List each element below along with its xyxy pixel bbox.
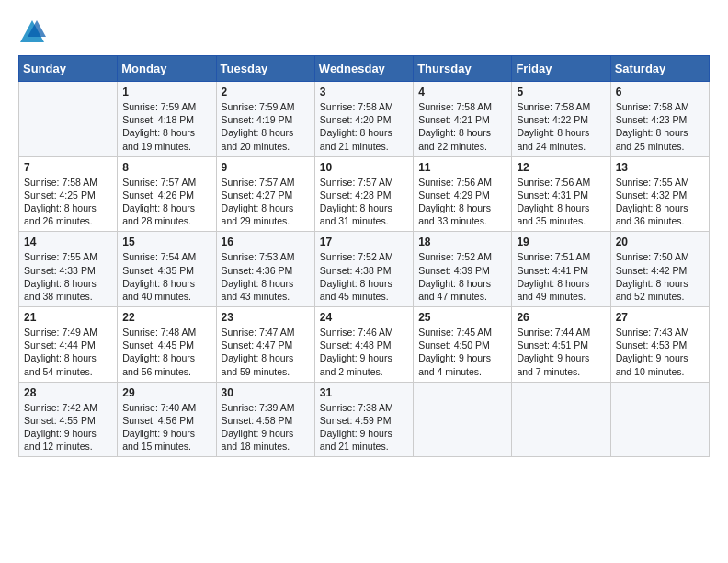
day-info: Sunrise: 7:51 AMSunset: 4:41 PMDaylight:…: [517, 250, 605, 303]
column-header-friday: Friday: [512, 56, 610, 82]
day-info: Sunrise: 7:56 AMSunset: 4:29 PMDaylight:…: [418, 176, 506, 228]
day-number: 28: [24, 386, 112, 399]
day-info: Sunrise: 7:39 AMSunset: 4:58 PMDaylight:…: [222, 401, 310, 454]
column-header-sunday: Sunday: [19, 56, 118, 82]
calendar-cell: 10Sunrise: 7:57 AMSunset: 4:28 PMDayligh…: [314, 156, 413, 232]
day-number: 13: [616, 161, 704, 174]
calendar-cell: 13Sunrise: 7:55 AMSunset: 4:32 PMDayligh…: [610, 156, 709, 232]
calendar-cell: [610, 382, 709, 457]
day-info: Sunrise: 7:58 AMSunset: 4:25 PMDaylight:…: [24, 176, 112, 228]
day-info: Sunrise: 7:55 AMSunset: 4:32 PMDaylight:…: [616, 176, 704, 228]
day-number: 14: [24, 236, 112, 248]
calendar-cell: 27Sunrise: 7:43 AMSunset: 4:53 PMDayligh…: [610, 307, 709, 383]
calendar-week-row: 1Sunrise: 7:59 AMSunset: 4:18 PMDaylight…: [19, 82, 710, 157]
day-info: Sunrise: 7:42 AMSunset: 4:55 PMDaylight:…: [24, 401, 112, 454]
day-number: 12: [517, 161, 605, 174]
day-info: Sunrise: 7:40 AMSunset: 4:56 PMDaylight:…: [122, 401, 210, 454]
day-info: Sunrise: 7:57 AMSunset: 4:27 PMDaylight:…: [222, 176, 310, 228]
day-info: Sunrise: 7:48 AMSunset: 4:45 PMDaylight:…: [122, 326, 210, 378]
calendar-cell: 24Sunrise: 7:46 AMSunset: 4:48 PMDayligh…: [314, 307, 413, 383]
day-info: Sunrise: 7:57 AMSunset: 4:26 PMDaylight:…: [122, 176, 210, 228]
day-info: Sunrise: 7:43 AMSunset: 4:53 PMDaylight:…: [616, 326, 704, 378]
day-number: 21: [24, 311, 112, 324]
calendar-cell: 19Sunrise: 7:51 AMSunset: 4:41 PMDayligh…: [512, 232, 610, 307]
calendar-cell: 6Sunrise: 7:58 AMSunset: 4:23 PMDaylight…: [610, 82, 709, 157]
calendar-cell: 3Sunrise: 7:58 AMSunset: 4:20 PMDaylight…: [314, 82, 413, 157]
calendar-cell: 9Sunrise: 7:57 AMSunset: 4:27 PMDaylight…: [216, 156, 314, 232]
calendar-cell: [414, 382, 512, 457]
column-header-thursday: Thursday: [414, 56, 512, 82]
day-number: 8: [122, 161, 210, 174]
day-info: Sunrise: 7:50 AMSunset: 4:42 PMDaylight:…: [616, 250, 704, 303]
column-header-wednesday: Wednesday: [314, 56, 413, 82]
logo: [18, 18, 50, 46]
calendar-cell: 12Sunrise: 7:56 AMSunset: 4:31 PMDayligh…: [512, 156, 610, 232]
calendar-cell: 23Sunrise: 7:47 AMSunset: 4:47 PMDayligh…: [216, 307, 314, 383]
calendar-cell: 14Sunrise: 7:55 AMSunset: 4:33 PMDayligh…: [19, 232, 118, 307]
calendar-week-row: 21Sunrise: 7:49 AMSunset: 4:44 PMDayligh…: [19, 307, 710, 383]
calendar-cell: 20Sunrise: 7:50 AMSunset: 4:42 PMDayligh…: [610, 232, 709, 307]
logo-icon: [18, 18, 46, 46]
calendar-cell: 15Sunrise: 7:54 AMSunset: 4:35 PMDayligh…: [118, 232, 216, 307]
column-header-tuesday: Tuesday: [216, 56, 314, 82]
day-number: 22: [122, 311, 210, 324]
column-header-monday: Monday: [118, 56, 216, 82]
calendar-table: SundayMondayTuesdayWednesdayThursdayFrid…: [18, 55, 710, 457]
day-info: Sunrise: 7:44 AMSunset: 4:51 PMDaylight:…: [517, 326, 605, 378]
day-number: 3: [320, 86, 408, 98]
day-number: 16: [222, 236, 310, 248]
day-info: Sunrise: 7:59 AMSunset: 4:18 PMDaylight:…: [122, 100, 210, 153]
day-number: 23: [222, 311, 310, 324]
column-header-saturday: Saturday: [610, 56, 709, 82]
day-number: 7: [24, 161, 112, 174]
day-info: Sunrise: 7:58 AMSunset: 4:20 PMDaylight:…: [320, 100, 408, 153]
calendar-cell: 18Sunrise: 7:52 AMSunset: 4:39 PMDayligh…: [414, 232, 512, 307]
day-number: 15: [122, 236, 210, 248]
day-number: 2: [222, 86, 310, 98]
day-number: 29: [122, 386, 210, 399]
calendar-cell: 5Sunrise: 7:58 AMSunset: 4:22 PMDaylight…: [512, 82, 610, 157]
calendar-cell: 8Sunrise: 7:57 AMSunset: 4:26 PMDaylight…: [118, 156, 216, 232]
day-info: Sunrise: 7:58 AMSunset: 4:22 PMDaylight:…: [517, 100, 605, 153]
day-number: 9: [222, 161, 310, 174]
day-info: Sunrise: 7:52 AMSunset: 4:38 PMDaylight:…: [320, 250, 408, 303]
day-info: Sunrise: 7:54 AMSunset: 4:35 PMDaylight:…: [122, 250, 210, 303]
calendar-cell: 1Sunrise: 7:59 AMSunset: 4:18 PMDaylight…: [118, 82, 216, 157]
day-info: Sunrise: 7:49 AMSunset: 4:44 PMDaylight:…: [24, 326, 112, 378]
day-info: Sunrise: 7:56 AMSunset: 4:31 PMDaylight:…: [517, 176, 605, 228]
day-number: 1: [122, 86, 210, 98]
page-header: [18, 18, 710, 46]
calendar-cell: 17Sunrise: 7:52 AMSunset: 4:38 PMDayligh…: [314, 232, 413, 307]
calendar-cell: 4Sunrise: 7:58 AMSunset: 4:21 PMDaylight…: [414, 82, 512, 157]
day-number: 20: [616, 236, 704, 248]
day-info: Sunrise: 7:58 AMSunset: 4:21 PMDaylight:…: [418, 100, 506, 153]
day-number: 4: [418, 86, 506, 98]
calendar-cell: 2Sunrise: 7:59 AMSunset: 4:19 PMDaylight…: [216, 82, 314, 157]
calendar-cell: 26Sunrise: 7:44 AMSunset: 4:51 PMDayligh…: [512, 307, 610, 383]
calendar-week-row: 14Sunrise: 7:55 AMSunset: 4:33 PMDayligh…: [19, 232, 710, 307]
day-number: 10: [320, 161, 408, 174]
day-number: 24: [320, 311, 408, 324]
day-number: 11: [418, 161, 506, 174]
day-number: 27: [616, 311, 704, 324]
day-number: 5: [517, 86, 605, 98]
calendar-cell: 28Sunrise: 7:42 AMSunset: 4:55 PMDayligh…: [19, 382, 118, 457]
day-info: Sunrise: 7:59 AMSunset: 4:19 PMDaylight:…: [222, 100, 310, 153]
calendar-cell: 7Sunrise: 7:58 AMSunset: 4:25 PMDaylight…: [19, 156, 118, 232]
calendar-week-row: 28Sunrise: 7:42 AMSunset: 4:55 PMDayligh…: [19, 382, 710, 457]
calendar-cell: 29Sunrise: 7:40 AMSunset: 4:56 PMDayligh…: [118, 382, 216, 457]
day-number: 19: [517, 236, 605, 248]
day-info: Sunrise: 7:58 AMSunset: 4:23 PMDaylight:…: [616, 100, 704, 153]
day-number: 25: [418, 311, 506, 324]
day-number: 30: [222, 386, 310, 399]
day-info: Sunrise: 7:55 AMSunset: 4:33 PMDaylight:…: [24, 250, 112, 303]
calendar-header-row: SundayMondayTuesdayWednesdayThursdayFrid…: [19, 56, 710, 82]
calendar-cell: 21Sunrise: 7:49 AMSunset: 4:44 PMDayligh…: [19, 307, 118, 383]
calendar-cell: 25Sunrise: 7:45 AMSunset: 4:50 PMDayligh…: [414, 307, 512, 383]
calendar-cell: 22Sunrise: 7:48 AMSunset: 4:45 PMDayligh…: [118, 307, 216, 383]
calendar-week-row: 7Sunrise: 7:58 AMSunset: 4:25 PMDaylight…: [19, 156, 710, 232]
day-number: 18: [418, 236, 506, 248]
calendar-cell: 30Sunrise: 7:39 AMSunset: 4:58 PMDayligh…: [216, 382, 314, 457]
day-number: 31: [320, 386, 408, 399]
day-info: Sunrise: 7:46 AMSunset: 4:48 PMDaylight:…: [320, 326, 408, 378]
